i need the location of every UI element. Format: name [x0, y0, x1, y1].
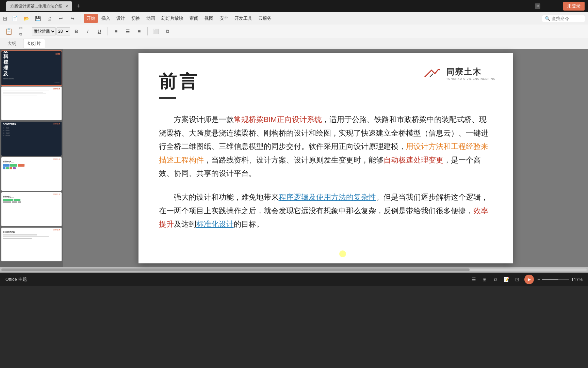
thumb6-title: 设计师程序逻辑___: [3, 231, 60, 233]
slide-thumb-6[interactable]: 同寮土木 设计师程序逻辑___: [1, 228, 62, 262]
copy-btn[interactable]: ⧉: [15, 32, 26, 37]
search-box[interactable]: 🔍: [542, 15, 585, 22]
slide-thumb-3[interactable]: CONTENTS 01 ··· 内容一 02 ··· 内容二 03 ··· 内容…: [1, 122, 62, 156]
status-theme: Office 主题: [5, 276, 27, 282]
ribbon-toolbar: 📋 ✂ ⧉ 微软雅黑 28 B I U ≡ ☰ ≡ ⬜ ⧉: [0, 25, 588, 38]
paste-btn[interactable]: 📋: [3, 26, 14, 37]
home-icon[interactable]: ⊞: [3, 15, 7, 22]
arrange-btn[interactable]: ⧉: [162, 26, 173, 37]
slide-thumb-1[interactable]: HAO CIVIL ENGINEERING BridgeDesigner / 方…: [1, 51, 62, 85]
redo-btn[interactable]: ↪: [67, 13, 78, 24]
thumb6-diagram: [3, 234, 60, 239]
horizontal-scrollbar[interactable]: [0, 267, 588, 273]
scroll-thumb[interactable]: [1, 269, 470, 271]
italic-btn[interactable]: I: [82, 26, 93, 37]
shape-btn[interactable]: ⬜: [150, 26, 161, 37]
thumb1-title: 逻辑梳理及: [3, 51, 60, 77]
menu-security[interactable]: 安全: [217, 14, 231, 23]
align-center-btn[interactable]: ☰: [122, 26, 133, 37]
menu-devtools[interactable]: 开发工具: [232, 14, 255, 23]
thumb4-logo: 同寮土木: [53, 158, 60, 160]
thumb2-logo: 同寮土木: [53, 88, 60, 90]
play-button[interactable]: ▶: [524, 275, 534, 284]
para2-text3: 及达到: [174, 220, 196, 228]
undo-btn[interactable]: ↩: [55, 13, 66, 24]
para1-link3: 自动极速处理变更: [383, 156, 443, 164]
status-bar: Office 主题 ☰ ⊞ ⧉ 📝 ⊡ ▶ − 117%: [0, 273, 588, 286]
thumb1-logo: 同寮: [55, 52, 60, 56]
sep3: [147, 27, 148, 35]
sep1: [29, 27, 29, 35]
slide-canvas: 前言 同寮土木 TONCHAO CIVIL ENGINEERING 方案设计师: [63, 49, 588, 267]
para1-text1: 方案设计师是一款: [174, 115, 234, 124]
current-slide[interactable]: 前言 同寮土木 TONCHAO CIVIL ENGINEERING 方案设计师: [138, 53, 513, 263]
font-size-select[interactable]: 28: [56, 27, 70, 35]
thumb4-diagram2: [3, 167, 60, 169]
menu-insert[interactable]: 插入: [99, 14, 113, 23]
search-icon: 🔍: [545, 16, 550, 21]
print-btn[interactable]: 🖨: [44, 13, 55, 24]
thumb4-title: 设计师四大___: [3, 160, 60, 163]
thumb3-title: CONTENTS: [3, 123, 60, 125]
para1: 方案设计师是一款常规桥梁BIM正向设计系统，适用于公路、铁路和市政桥梁中的装配式…: [159, 113, 492, 180]
bold-btn[interactable]: B: [71, 26, 82, 37]
thumb3-list: 01 ··· 内容一 02 ··· 内容二 03 ··· 内容三 04 ··· …: [3, 127, 60, 137]
slide-panel: HAO CIVIL ENGINEERING BridgeDesigner / 方…: [0, 49, 63, 267]
menu-animate[interactable]: 动画: [144, 14, 158, 23]
open-btn[interactable]: 📂: [21, 13, 32, 24]
scroll-track[interactable]: [1, 269, 587, 271]
draw-group: ⬜ ⧉: [150, 26, 173, 37]
list-view-icon[interactable]: ☰: [470, 276, 477, 283]
menu-cloud[interactable]: 云服务: [256, 14, 274, 23]
fit-view-icon[interactable]: ⊡: [513, 276, 521, 283]
view-tab-slides[interactable]: 幻灯片: [23, 39, 45, 48]
font-group: 微软雅黑 28 B I U: [32, 26, 105, 37]
menu-slideshow[interactable]: 幻灯片放映: [159, 14, 186, 23]
grid-view-icon[interactable]: ⊞: [481, 276, 488, 283]
para2-link3: 标准化设计: [196, 220, 234, 228]
logo-icon: [423, 67, 443, 80]
new-btn[interactable]: 📄: [9, 13, 20, 24]
menu-review[interactable]: 审阅: [187, 14, 201, 23]
para2-text4: 的目标。: [234, 220, 264, 228]
window-restore-icon[interactable]: ⧉: [535, 3, 540, 9]
notes-view-icon[interactable]: 📝: [503, 276, 510, 283]
active-tab[interactable]: 方案设计师逻...使用方法介绍 ✕: [6, 1, 72, 11]
slide-thumb-5[interactable]: 同寮土木 设计师核心___: [1, 192, 62, 226]
slide-thumb-4[interactable]: 同寮土木 设计师四大___: [1, 157, 62, 191]
slide-body: 方案设计师是一款常规桥梁BIM正向设计系统，适用于公路、铁路和市政桥梁中的装配式…: [138, 109, 513, 245]
menu-home[interactable]: 开始: [84, 14, 98, 23]
menu-design[interactable]: 设计: [114, 14, 128, 23]
login-button[interactable]: 未登录: [563, 2, 585, 11]
main-area: HAO CIVIL ENGINEERING BridgeDesigner / 方…: [0, 49, 588, 267]
view-tab-outline[interactable]: 大纲: [3, 39, 20, 48]
para2-text1: 强大的设计和功能，难免地带来: [174, 193, 279, 201]
zoom-slider[interactable]: [542, 279, 569, 280]
align-right-btn[interactable]: ≡: [134, 26, 145, 37]
menu-switch[interactable]: 切换: [129, 14, 143, 23]
sep2: [108, 27, 108, 35]
new-tab-button[interactable]: +: [74, 1, 83, 11]
para1-text3: ，当路线资料、设计方案、设计原则发生变更时，能够: [204, 156, 383, 164]
para2-link1: 程序逻辑及使用方法的复杂性: [279, 193, 376, 201]
menu-view[interactable]: 视图: [202, 14, 216, 23]
zoom-level: 117%: [571, 277, 583, 282]
font-family-select[interactable]: 微软雅黑: [32, 27, 56, 35]
title-underline: [159, 97, 176, 99]
zoom-out-btn[interactable]: −: [537, 277, 540, 282]
slide-thumb-2[interactable]: 同寮土木: [1, 87, 62, 121]
thumbnail-view-icon[interactable]: ⧉: [492, 276, 499, 283]
thumb4-diagram: [3, 164, 60, 167]
thumb5-title: 设计师核心___: [3, 196, 60, 198]
align-left-btn[interactable]: ≡: [111, 26, 121, 37]
mouse-cursor: [339, 250, 346, 257]
menu-bar: ⊞ 📄 📂 💾 🖨 ↩ ↪ 开始 插入 设计 切换 动画 幻灯片放映 审阅 视图…: [0, 12, 588, 25]
cut-btn[interactable]: ✂: [15, 26, 26, 31]
tab-close-icon[interactable]: ✕: [65, 4, 68, 8]
status-right-area: ☰ ⊞ ⧉ 📝 ⊡ ▶ − 117%: [470, 275, 583, 284]
thumb3-logo: 同寮土木: [53, 123, 60, 125]
save-btn[interactable]: 💾: [32, 13, 43, 24]
thumb1-subtitle: 使用流程介绍: [3, 77, 60, 79]
search-input[interactable]: [552, 16, 582, 21]
underline-btn[interactable]: U: [94, 26, 105, 37]
